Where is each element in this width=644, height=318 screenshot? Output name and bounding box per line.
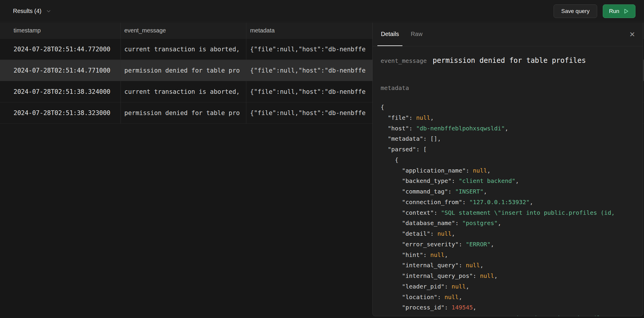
json-line: "metadata": [], [381, 134, 643, 144]
json-line: "query": "INSERT INTO \"users\" (\"aud\"… [381, 313, 643, 316]
event-message-field: event_message permission denied for tabl… [381, 56, 643, 65]
run-button-label: Run [609, 8, 619, 14]
tab-details[interactable]: Details [377, 23, 402, 46]
cell-timestamp: 2024-07-28T02:51:38.323000 [0, 102, 121, 123]
save-query-button[interactable]: Save query [554, 4, 597, 18]
json-line: "process_id": 149545, [381, 302, 643, 313]
json-line: { [381, 155, 643, 165]
cell-event-message: permission denied for table pro [121, 60, 246, 81]
cell-event-message: current transaction is aborted, [121, 81, 246, 102]
json-line: "database_name": "postgres", [381, 218, 643, 229]
json-line: "hint": null, [381, 250, 643, 260]
cell-timestamp: 2024-07-28T02:51:44.772000 [0, 39, 121, 60]
results-count-label: Results (4) [13, 8, 42, 14]
cell-event-message: current transaction is aborted, [121, 39, 246, 60]
column-header-timestamp[interactable]: timestamp [0, 23, 121, 38]
topbar: Results (4) Save query Run [0, 0, 644, 22]
json-line: "parsed": [ [381, 144, 643, 155]
topbar-actions: Save query Run [554, 4, 635, 18]
json-block: { "file": null, "host": "db-nenbffeblpoh… [381, 102, 643, 316]
event-message-label: event_message [381, 57, 427, 64]
results-area: timestamp event_message metadata 2024-07… [0, 23, 644, 318]
json-line: "host": "db-nenbffeblpohxsqwsldi", [381, 123, 643, 134]
json-line: "leader_pid": null, [381, 281, 643, 292]
json-line: "application_name": null, [381, 165, 643, 176]
json-line: "file": null, [381, 113, 643, 123]
json-line: "error_severity": "ERROR", [381, 239, 643, 250]
tab-raw[interactable]: Raw [407, 23, 426, 46]
run-button[interactable]: Run [603, 4, 635, 18]
event-message-value: permission denied for table profiles [433, 56, 586, 65]
json-line: "backend_type": "client backend", [381, 176, 643, 186]
json-line: "detail": null, [381, 229, 643, 239]
json-line: "context": "SQL statement \"insert into … [381, 208, 643, 218]
json-line: "connection_from": "127.0.0.1:53932", [381, 197, 643, 208]
json-line: "internal_query": null, [381, 260, 643, 271]
metadata-label: metadata [381, 84, 643, 91]
cell-timestamp: 2024-07-28T02:51:38.324000 [0, 81, 121, 102]
json-line: "internal_query_pos": null, [381, 271, 643, 281]
json-line: "command_tag": "INSERT", [381, 186, 643, 197]
details-panel-body: event_message permission denied for tabl… [373, 46, 643, 316]
logs-explorer-screen: Results (4) Save query Run timestamp eve… [0, 0, 644, 318]
play-icon [623, 8, 629, 14]
column-header-event-message[interactable]: event_message [121, 23, 246, 38]
json-line: "location": null, [381, 292, 643, 303]
results-count-toggle[interactable]: Results (4) [13, 8, 52, 14]
cell-timestamp: 2024-07-28T02:51:44.771000 [0, 60, 121, 81]
details-tabbar: Details Raw ✕ [373, 23, 643, 46]
cell-event-message: permission denied for table pro [121, 102, 246, 123]
tabbar-spacer [431, 23, 628, 46]
details-panel: Details Raw ✕ event_message permission d… [372, 23, 643, 316]
close-icon[interactable]: ✕ [628, 29, 637, 40]
json-line: { [381, 102, 643, 113]
chevron-down-icon [46, 8, 52, 14]
